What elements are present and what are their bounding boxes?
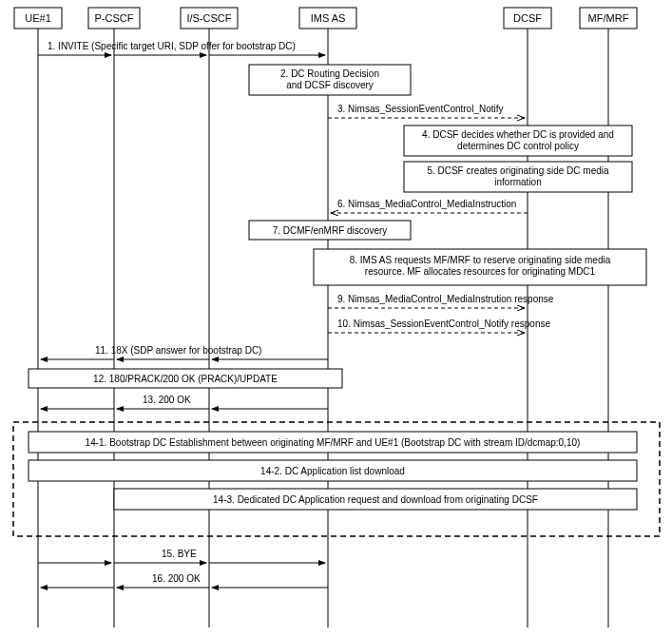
- svg-text:9. Nimsas_MediaControl_MediaIn: 9. Nimsas_MediaControl_MediaInstrution r…: [337, 294, 554, 304]
- step-14-3: 14-3. Dedicated DC Application request a…: [114, 489, 637, 510]
- participant-iscscf: I/S-CSCF: [181, 8, 238, 627]
- svg-text:MF/MRF: MF/MRF: [588, 12, 629, 24]
- svg-text:DCSF: DCSF: [513, 12, 542, 24]
- step-2-routing-decision: 2. DC Routing Decisionand DCSF discovery: [249, 65, 411, 95]
- svg-text:13. 200 OK: 13. 200 OK: [143, 395, 191, 405]
- step-4-dc-decision: 4. DCSF decides whether DC is provided a…: [404, 125, 632, 156]
- msg-15-bye: 15. BYE: [38, 549, 325, 563]
- svg-text:16. 200 OK: 16. 200 OK: [152, 573, 201, 584]
- svg-text:11. 18X (SDP answer for bootst: 11. 18X (SDP answer for bootstrap DC): [95, 345, 261, 356]
- participant-pcscf: P-CSCF: [88, 8, 140, 627]
- svg-text:7. DCMF/enMRF discovery: 7. DCMF/enMRF discovery: [273, 225, 388, 236]
- svg-text:I/S-CSCF: I/S-CSCF: [186, 12, 231, 24]
- msg-10-notify-response: 10. Nimsas_SessionEventControl_Notify re…: [328, 318, 550, 333]
- msg-3-notify: 3. Nimsas_SessionEventControl_Notify: [328, 104, 525, 118]
- svg-text:14-3. Dedicated DC Application: 14-3. Dedicated DC Application request a…: [213, 494, 538, 505]
- step-2-text: 2. DC Routing Decisionand DCSF discovery: [280, 68, 379, 90]
- msg-1-invite: 1. INVITE (Specific target URI, SDP offe…: [38, 41, 325, 55]
- svg-text:14-2. DC Application list down: 14-2. DC Application list download: [260, 466, 405, 476]
- svg-text:IMS AS: IMS AS: [311, 12, 346, 24]
- msg-11-18x: 11. 18X (SDP answer for bootstrap DC): [41, 345, 328, 359]
- sequence-diagram: UE#1 P-CSCF I/S-CSCF IMS AS DCSF MF/MRF …: [0, 0, 672, 637]
- msg-13-200ok: 13. 200 OK: [41, 395, 328, 409]
- participant-mfmrf: MF/MRF: [580, 8, 637, 627]
- svg-text:12. 180/PRACK/200 OK (PRACK)/U: 12. 180/PRACK/200 OK (PRACK)/UPDATE: [93, 374, 278, 384]
- step-8-reserve-media: 8. IMS AS requests MF/MRF to reserve ori…: [314, 249, 646, 285]
- msg-6-media-instruction: 6. Nimsas_MediaControl_MediaInstruction: [331, 199, 528, 213]
- svg-text:6. Nimsas_MediaControl_MediaIn: 6. Nimsas_MediaControl_MediaInstruction: [337, 199, 516, 209]
- svg-text:UE#1: UE#1: [25, 12, 51, 24]
- svg-text:15. BYE: 15. BYE: [162, 549, 197, 559]
- step-12-prack-update: 12. 180/PRACK/200 OK (PRACK)/UPDATE: [29, 369, 342, 388]
- svg-text:3. Nimsas_SessionEventControl_: 3. Nimsas_SessionEventControl_Notify: [337, 104, 504, 114]
- svg-text:14-1. Bootstrap DC Establishme: 14-1. Bootstrap DC Establishment between…: [86, 437, 581, 448]
- svg-text:1. INVITE (Specific target URI: 1. INVITE (Specific target URI, SDP offe…: [48, 41, 296, 51]
- svg-text:P-CSCF: P-CSCF: [95, 12, 134, 24]
- participant-ue1: UE#1: [14, 8, 62, 627]
- participant-dcsf: DCSF: [504, 8, 551, 627]
- step-7-dcmf-discovery: 7. DCMF/enMRF discovery: [249, 221, 411, 240]
- participant-imsas: IMS AS: [299, 8, 356, 627]
- msg-16-200ok: 16. 200 OK: [41, 573, 328, 588]
- msg-9-media-response: 9. Nimsas_MediaControl_MediaInstrution r…: [328, 294, 554, 308]
- step-14-2: 14-2. DC Application list download: [29, 460, 637, 481]
- step-14-1: 14-1. Bootstrap DC Establishment between…: [29, 432, 637, 453]
- svg-text:10. Nimsas_SessionEventControl: 10. Nimsas_SessionEventControl_Notify re…: [337, 318, 550, 329]
- step-5-media-info: 5. DCSF creates originating side DC medi…: [404, 162, 632, 192]
- step-8-text: 8. IMS AS requests MF/MRF to reserve ori…: [350, 255, 611, 277]
